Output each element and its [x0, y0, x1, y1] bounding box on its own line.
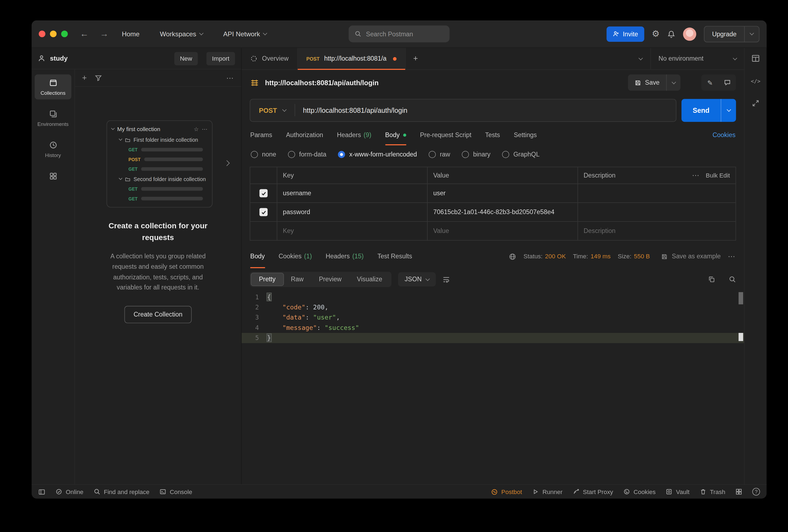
tab-headers[interactable]: Headers (9) [337, 125, 371, 145]
illustration-next-icon[interactable] [225, 159, 229, 166]
tab-overview[interactable]: Overview [242, 48, 298, 69]
mode-none[interactable]: none [251, 151, 276, 158]
view-raw[interactable]: Raw [283, 273, 311, 285]
scrollbar[interactable] [738, 292, 743, 484]
settings-gear-icon[interactable]: ⚙ [652, 29, 659, 39]
more-options-icon[interactable]: ⋯ [728, 252, 735, 260]
postbot-button[interactable]: Postbot [491, 488, 522, 495]
sidebar-item-collections[interactable]: Collections [35, 75, 71, 99]
edit-pencil-icon[interactable]: ✎ [702, 75, 718, 91]
method-select[interactable]: POST [250, 106, 295, 114]
tab-settings[interactable]: Settings [514, 125, 537, 145]
save-dropdown[interactable] [667, 75, 681, 91]
nav-workspaces[interactable]: Workspaces [160, 30, 203, 38]
placeholder-key[interactable]: Key [277, 222, 427, 240]
mode-graphql[interactable]: GraphQL [502, 151, 539, 158]
create-collection-button[interactable]: Create Collection [124, 306, 192, 323]
cell-description[interactable] [577, 184, 735, 202]
size-value[interactable]: 550 B [634, 253, 650, 260]
url-input[interactable] [295, 106, 676, 114]
find-and-replace-button[interactable]: Find and replace [94, 488, 149, 495]
invite-button[interactable]: Invite [606, 26, 644, 41]
forward-icon[interactable]: → [100, 29, 109, 39]
placeholder-value[interactable]: Value [427, 222, 577, 240]
upgrade-button[interactable]: Upgrade [704, 26, 759, 42]
more-options-icon[interactable]: ⋯ [226, 74, 234, 82]
cell-value[interactable]: 70615cb2-1a01-446c-82b3-bd20507e58e4 [427, 203, 577, 221]
bulk-edit-button[interactable]: Bulk Edit [706, 172, 730, 179]
save-button[interactable]: Save [628, 75, 681, 91]
sidebar-toggle-icon[interactable] [38, 488, 45, 495]
mode-raw[interactable]: raw [429, 151, 450, 158]
more-options-icon[interactable]: ⋯ [692, 171, 700, 179]
cell-key[interactable]: username [277, 184, 427, 202]
trash-button[interactable]: Trash [700, 488, 726, 495]
copy-icon[interactable] [708, 276, 715, 283]
wrap-text-icon[interactable] [442, 276, 450, 283]
cell-value[interactable]: user [427, 184, 577, 202]
response-tab-headers[interactable]: Headers (15) [326, 245, 364, 268]
tab-overflow-button[interactable] [631, 48, 650, 69]
new-tab-button[interactable]: + [406, 48, 425, 69]
mode-x-www-form-urlencoded[interactable]: x-www-form-urlencoded [338, 151, 417, 158]
response-body-editor[interactable]: 1 { 2 "code": 200, 3 "data": "user", 4 [242, 291, 744, 484]
environment-quicklook-icon[interactable] [751, 54, 760, 63]
globe-icon[interactable] [509, 253, 516, 260]
add-collection-icon[interactable]: + [82, 73, 87, 82]
upgrade-dropdown[interactable] [745, 33, 759, 35]
scrollbar-thumb[interactable] [738, 292, 743, 304]
global-search-input[interactable]: Search Postman [349, 25, 450, 42]
response-tab-test-results[interactable]: Test Results [377, 245, 412, 268]
comment-icon[interactable] [718, 75, 736, 91]
new-button[interactable]: New [174, 52, 198, 65]
code-snippet-icon[interactable]: </> [751, 78, 761, 84]
workspace-name[interactable]: study [50, 55, 68, 62]
back-icon[interactable]: ← [80, 29, 89, 39]
online-status[interactable]: Online [55, 488, 83, 495]
avatar[interactable] [683, 27, 696, 41]
tab-authorization[interactable]: Authorization [286, 125, 323, 145]
notifications-bell-icon[interactable] [667, 30, 675, 38]
runner-button[interactable]: Runner [532, 488, 563, 495]
placeholder-description[interactable]: Description [577, 222, 735, 240]
help-icon[interactable]: ? [752, 488, 760, 495]
start-proxy-button[interactable]: Start Proxy [573, 488, 613, 495]
cookies-link[interactable]: Cookies [712, 132, 735, 139]
tab-tests[interactable]: Tests [485, 125, 500, 145]
time-value[interactable]: 149 ms [591, 253, 611, 260]
view-visualize[interactable]: Visualize [349, 273, 390, 285]
row-checkbox-checked[interactable] [259, 208, 268, 216]
sidebar-item-history[interactable]: History [35, 137, 71, 161]
vault-button[interactable]: Vault [666, 488, 690, 495]
format-select[interactable]: JSON [398, 272, 436, 287]
tab-params[interactable]: Params [250, 125, 272, 145]
import-button[interactable]: Import [206, 52, 235, 65]
send-button[interactable]: Send [682, 99, 736, 121]
window-close-button[interactable] [39, 31, 45, 37]
sidebar-item-flows[interactable] [35, 168, 71, 184]
row-checkbox-checked[interactable] [259, 189, 268, 197]
console-button[interactable]: Console [159, 488, 192, 495]
tab-request-active[interactable]: POST http://localhost:8081/a [298, 48, 406, 69]
send-dropdown[interactable] [721, 99, 736, 121]
expand-panel-icon[interactable] [752, 99, 759, 107]
panes-icon[interactable] [735, 488, 742, 495]
sidebar-item-environments[interactable]: Environments [35, 105, 71, 130]
tab-body[interactable]: Body [385, 125, 406, 145]
view-pretty[interactable]: Pretty [251, 273, 283, 285]
view-preview[interactable]: Preview [311, 273, 349, 285]
cell-key[interactable]: password [277, 203, 427, 221]
response-tab-cookies[interactable]: Cookies (1) [278, 245, 312, 268]
nav-home[interactable]: Home [122, 30, 139, 38]
cookies-button[interactable]: Cookies [623, 488, 655, 495]
status-value[interactable]: 200 OK [545, 253, 566, 260]
window-minimize-button[interactable] [50, 31, 57, 37]
response-tab-body[interactable]: Body [250, 245, 265, 268]
mode-form-data[interactable]: form-data [288, 151, 326, 158]
window-zoom-button[interactable] [61, 31, 68, 37]
environment-selector[interactable]: No environment [650, 48, 744, 69]
nav-api-network[interactable]: API Network [223, 30, 267, 38]
search-response-icon[interactable] [729, 276, 736, 283]
filter-icon[interactable] [95, 74, 102, 81]
tab-prerequest-script[interactable]: Pre-request Script [420, 125, 471, 145]
